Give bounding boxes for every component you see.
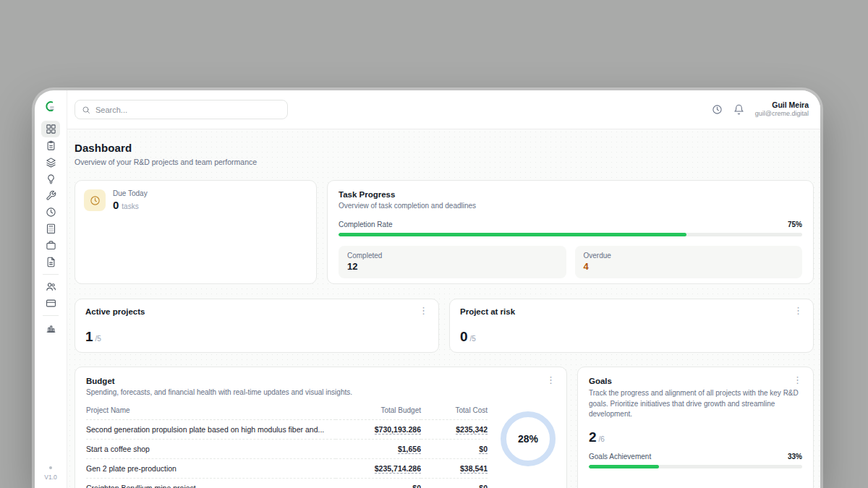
wrench-icon bbox=[46, 190, 56, 201]
project-at-risk-total: /5 bbox=[470, 335, 476, 343]
due-today-value: 0 bbox=[113, 199, 119, 211]
creme-logo-icon bbox=[42, 98, 59, 115]
sidebar-footer: V1.0 bbox=[44, 466, 57, 481]
clock-icon bbox=[46, 207, 56, 218]
budget-subtitle: Spending, forecasts, and financial healt… bbox=[86, 388, 556, 396]
kebab-menu-icon[interactable]: ⋮ bbox=[546, 377, 556, 384]
completion-progress-fill bbox=[339, 233, 686, 236]
total-budget-cell[interactable]: $1,656 bbox=[336, 440, 421, 459]
completed-stat: Completed 12 bbox=[339, 246, 566, 278]
completed-value: 12 bbox=[347, 261, 558, 272]
goals-achievement-value: 33% bbox=[788, 453, 802, 461]
completion-rate-value: 75% bbox=[788, 221, 802, 228]
due-today-iconbox bbox=[84, 189, 106, 211]
search-icon bbox=[82, 106, 90, 114]
sidebar-item-analytics[interactable] bbox=[41, 320, 60, 336]
goals-achievement-label: Goals Achievement bbox=[589, 453, 651, 461]
budget-title: Budget bbox=[86, 377, 115, 385]
overdue-label: Overdue bbox=[584, 252, 794, 260]
search-bar[interactable] bbox=[75, 100, 288, 119]
table-row[interactable]: Start a coffee shop $1,656 $0 bbox=[86, 440, 488, 459]
project-at-risk-value: 0 bbox=[460, 330, 468, 343]
project-at-risk-card: Project at risk ⋮ 0 /5 bbox=[449, 299, 814, 353]
sidebar-item-billing[interactable] bbox=[41, 295, 60, 312]
topbar: Guil Meira guil@creme.digital bbox=[67, 90, 820, 129]
completion-rate-label: Completion Rate bbox=[339, 221, 392, 228]
budget-table: Project Name Total Budget Total Cost Sec… bbox=[86, 403, 488, 488]
sidebar-item-time[interactable] bbox=[41, 204, 60, 221]
goals-total: /6 bbox=[599, 435, 605, 443]
overdue-value: 4 bbox=[584, 261, 794, 272]
completion-progress-bar bbox=[339, 233, 802, 236]
clock-icon bbox=[90, 195, 101, 206]
budget-card: Budget ⋮ Spending, forecasts, and financ… bbox=[75, 367, 567, 488]
total-budget-cell[interactable]: $730,193.286 bbox=[336, 420, 421, 440]
table-row[interactable]: Gen 2 plate pre-production $235,714.286 … bbox=[86, 459, 488, 479]
sidebar-item-team[interactable] bbox=[41, 278, 60, 295]
goals-progress-bar bbox=[589, 465, 802, 468]
active-projects-card: Active projects ⋮ 1 /5 bbox=[75, 299, 439, 353]
total-cost-cell[interactable]: $0 bbox=[421, 440, 488, 459]
sidebar-item-tools[interactable] bbox=[41, 187, 60, 204]
active-projects-title: Active projects bbox=[85, 307, 145, 316]
task-progress-title: Task Progress bbox=[339, 190, 802, 199]
active-projects-value: 1 bbox=[85, 330, 93, 343]
sidebar-divider bbox=[43, 315, 59, 316]
goals-card: Goals ⋮ Track the progress and alignment… bbox=[577, 367, 814, 488]
page-subtitle: Overview of your R&D projects and team p… bbox=[75, 158, 814, 166]
project-name-cell: Second generation propulsion plate based… bbox=[86, 420, 336, 440]
project-name-cell: Gen 2 plate pre-production bbox=[86, 459, 336, 479]
sidebar-item-calculator[interactable] bbox=[41, 221, 60, 237]
credit-card-icon bbox=[46, 298, 56, 309]
table-row[interactable]: Creighton Beryllium mine project $0 $0 bbox=[86, 479, 488, 488]
page-title: Dashboard bbox=[75, 142, 814, 154]
due-today-unit: tasks bbox=[122, 202, 138, 210]
total-cost-cell[interactable]: $235,342 bbox=[421, 420, 488, 440]
clipboard-icon bbox=[46, 140, 56, 151]
app-version: V1.0 bbox=[44, 474, 57, 481]
calculator-icon bbox=[46, 223, 56, 234]
budget-table-body: Second generation propulsion plate based… bbox=[86, 420, 488, 488]
column-project-name: Project Name bbox=[86, 403, 336, 420]
total-budget-cell[interactable]: $0 bbox=[336, 479, 421, 488]
column-total-cost: Total Cost bbox=[421, 403, 488, 420]
due-today-label: Due Today bbox=[113, 189, 148, 197]
task-progress-subtitle: Overview of task completion and deadline… bbox=[339, 202, 802, 210]
search-input[interactable] bbox=[95, 106, 281, 114]
lightbulb-icon bbox=[46, 174, 56, 184]
table-row[interactable]: Second generation propulsion plate based… bbox=[86, 420, 488, 440]
document-icon bbox=[46, 257, 56, 267]
sidebar-item-documents[interactable] bbox=[41, 254, 60, 270]
sidebar-item-ideas[interactable] bbox=[41, 171, 60, 187]
total-budget-cell[interactable]: $235,714.286 bbox=[336, 459, 421, 479]
project-at-risk-title: Project at risk bbox=[460, 307, 515, 316]
budget-usage-percent: 28% bbox=[518, 433, 538, 445]
content: Dashboard Overview of your R&D projects … bbox=[67, 129, 820, 488]
completed-label: Completed bbox=[347, 252, 558, 260]
dashboard-grid-icon bbox=[46, 124, 56, 134]
sidebar-item-projects[interactable] bbox=[41, 154, 60, 171]
goals-progress-fill bbox=[589, 465, 659, 468]
total-cost-cell[interactable]: $0 bbox=[421, 479, 488, 488]
goals-subtitle: Track the progress and alignment of all … bbox=[589, 388, 802, 420]
user-menu[interactable]: Guil Meira guil@creme.digital bbox=[755, 100, 809, 118]
goals-title: Goals bbox=[589, 377, 612, 385]
total-cost-cell[interactable]: $38,541 bbox=[421, 459, 488, 479]
kebab-menu-icon[interactable]: ⋮ bbox=[793, 307, 803, 314]
status-dot bbox=[49, 466, 52, 469]
budget-usage-gauge: 28% bbox=[501, 411, 556, 466]
layers-icon bbox=[46, 157, 56, 168]
project-name-cell: Start a coffee shop bbox=[86, 440, 336, 459]
history-clock-icon[interactable] bbox=[712, 104, 723, 115]
kebab-menu-icon[interactable]: ⋮ bbox=[793, 377, 802, 384]
notifications-bell-icon[interactable] bbox=[733, 104, 744, 115]
kebab-menu-icon[interactable]: ⋮ bbox=[419, 307, 428, 314]
task-progress-card: Task Progress Overview of task completio… bbox=[327, 180, 814, 284]
bar-chart-icon bbox=[46, 322, 56, 333]
sidebar-item-dashboard[interactable] bbox=[41, 121, 60, 137]
user-name: Guil Meira bbox=[755, 100, 809, 110]
sidebar-item-portfolio[interactable] bbox=[41, 237, 60, 254]
briefcase-icon bbox=[46, 240, 56, 251]
app-window: V1.0 bbox=[35, 90, 820, 488]
sidebar-item-tasks[interactable] bbox=[41, 137, 60, 154]
